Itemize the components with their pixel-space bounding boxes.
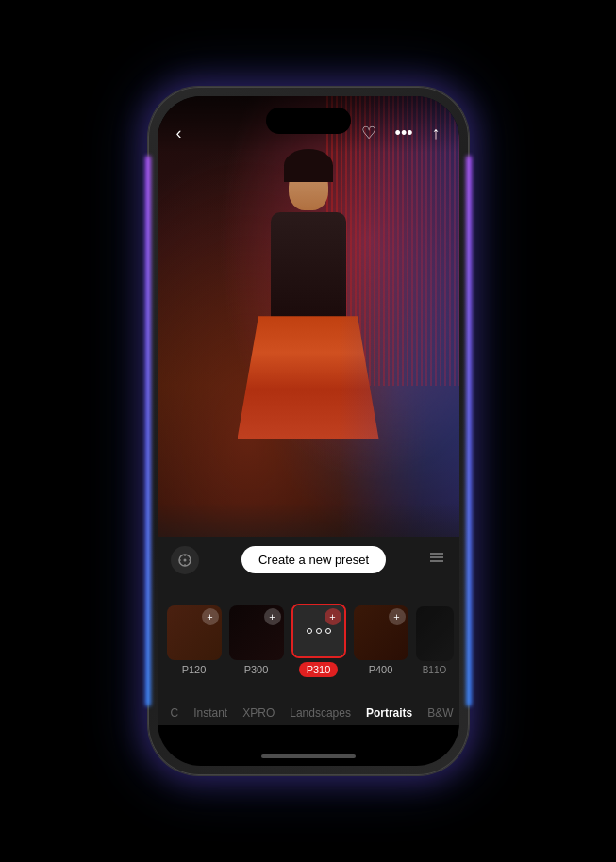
preset-p310-add[interactable]: + xyxy=(325,608,341,625)
preset-p400-label: P400 xyxy=(369,664,393,675)
preset-thumbnails-row: + P120 + P300 xyxy=(158,582,459,700)
create-preset-button[interactable]: Create a new preset xyxy=(241,546,386,573)
preset-p300-thumb: + xyxy=(229,605,284,660)
cat-xpro[interactable]: XPRO xyxy=(237,705,280,721)
svg-point-23 xyxy=(183,558,186,561)
presets-top-row: Create a new preset xyxy=(158,539,459,582)
phone-screen: ‹ ♡ ••• ↑ xyxy=(158,96,459,766)
home-indicator xyxy=(261,754,356,758)
dynamic-island xyxy=(266,108,351,134)
list-view-icon[interactable] xyxy=(428,549,445,571)
preset-p120-thumb: + xyxy=(167,605,222,660)
presets-area: Create a new preset + xyxy=(158,539,459,726)
cat-instant[interactable]: Instant xyxy=(188,705,233,721)
preset-p120[interactable]: + P120 xyxy=(167,605,222,675)
preset-p120-label: P120 xyxy=(182,664,207,675)
preset-p120-add[interactable]: + xyxy=(202,608,219,625)
phone-frame: ‹ ♡ ••• ↑ xyxy=(148,87,469,775)
preset-p310[interactable]: + P310 xyxy=(291,604,346,677)
preset-b110[interactable]: B11O xyxy=(416,606,454,675)
preset-p400-thumb: + xyxy=(354,605,408,660)
preset-p400-add[interactable]: + xyxy=(389,608,406,625)
more-icon[interactable]: ••• xyxy=(395,124,413,143)
cat-portraits[interactable]: Portraits xyxy=(360,705,418,721)
preset-p300-add[interactable]: + xyxy=(264,608,281,625)
cat-c[interactable]: C xyxy=(165,705,185,721)
compass-button[interactable] xyxy=(171,546,199,574)
cat-landscapes[interactable]: Landscapes xyxy=(284,705,357,721)
preset-b110-label: B11O xyxy=(423,665,447,675)
preset-p300-label: P300 xyxy=(244,664,269,675)
preset-p310-label: P310 xyxy=(299,662,339,677)
preset-b110-thumb xyxy=(416,606,454,661)
preset-p400[interactable]: + P400 xyxy=(354,605,408,675)
preset-p300[interactable]: + P300 xyxy=(229,605,284,675)
share-icon[interactable]: ↑ xyxy=(432,124,441,143)
back-button[interactable]: ‹ xyxy=(176,124,182,143)
preset-p310-thumb: + xyxy=(291,604,346,658)
photo-area xyxy=(158,96,459,578)
heart-icon[interactable]: ♡ xyxy=(361,123,376,143)
category-tabs: C Instant XPRO Landscapes Portraits B&W xyxy=(158,699,459,725)
cat-bw[interactable]: B&W xyxy=(422,705,458,721)
